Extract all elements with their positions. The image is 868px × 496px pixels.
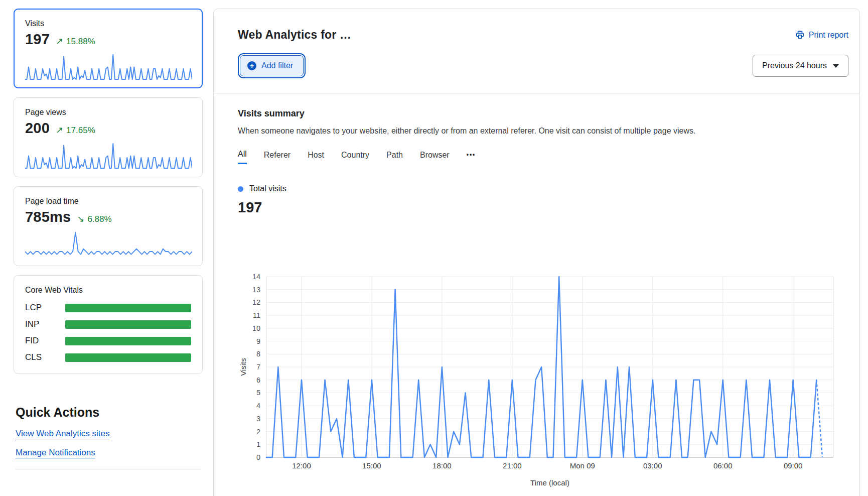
cwv-metric-label: INP (25, 319, 65, 329)
core-web-vitals-rows: LCPINPFIDCLS (25, 303, 191, 362)
x-tick-label: 03:00 (643, 461, 662, 470)
cwv-row-lcp: LCP (25, 303, 191, 313)
metric-value: 197 (25, 31, 50, 48)
x-tick-label: 06:00 (713, 461, 733, 470)
card-title: Page views (25, 108, 191, 117)
stat-cards: Visits197↗15.88%Page views200↗17.65%Page… (14, 9, 203, 266)
sparkline-chart (25, 142, 192, 170)
cwv-row-fid: FID (25, 336, 191, 346)
cwv-metric-label: FID (25, 336, 65, 346)
y-tick-label: 10 (252, 324, 260, 332)
y-tick-label: 14 (252, 273, 260, 281)
tab-browser[interactable]: Browser (420, 151, 450, 164)
x-tick-label: 09:00 (784, 461, 803, 470)
legend-dot-icon (238, 186, 243, 192)
quick-actions-links: View Web Analytics sitesManage Notificat… (16, 429, 203, 458)
y-tick-label: 11 (253, 311, 260, 319)
y-tick-label: 13 (252, 286, 260, 294)
metric-value: 200 (25, 120, 50, 137)
y-tick-label: 2 (256, 428, 260, 436)
trend-indicator: ↗15.88% (56, 36, 95, 47)
y-tick-label: 8 (256, 350, 260, 358)
visits-summary-description: When someone navigates to your website, … (238, 127, 840, 136)
y-tick-label: 7 (256, 363, 260, 371)
plus-circle-icon: + (247, 61, 256, 70)
title-row: Web Analytics for … Print report (238, 28, 848, 42)
tab-referer[interactable]: Referer (264, 151, 291, 164)
trend-down-icon: ↘ (77, 213, 84, 224)
chart-legend: Total visits (238, 184, 848, 193)
sparkline-chart (25, 53, 192, 81)
y-tick-label: 0 (256, 453, 260, 461)
cwv-score-bar (65, 320, 191, 329)
sparkline-path (25, 144, 192, 168)
x-tick-label: 15:00 (362, 461, 381, 470)
dimension-tabs: AllRefererHostCountryPathBrowser••• (238, 150, 848, 164)
quick-action-link-0[interactable]: View Web Analytics sites (16, 429, 109, 439)
card-value-row: 197↗15.88% (25, 31, 191, 48)
stat-card-page-load-time[interactable]: Page load time785ms↘6.88% (14, 186, 203, 266)
y-tick-label: 4 (256, 402, 260, 410)
y-tick-label: 1 (256, 440, 260, 448)
print-report-label: Print report (809, 31, 848, 40)
metric-value: 785ms (25, 209, 71, 225)
cwv-row-cls: CLS (25, 352, 191, 362)
core-web-vitals-card[interactable]: Core Web Vitals LCPINPFIDCLS (14, 275, 203, 374)
tab-path[interactable]: Path (386, 151, 403, 164)
cwv-metric-label: CLS (25, 352, 65, 362)
panel-body: Visits summary When someone navigates to… (214, 93, 859, 216)
trend-indicator: ↗17.65% (56, 125, 95, 136)
trend-percent: 6.88% (87, 214, 111, 224)
trend-indicator: ↘6.88% (77, 213, 111, 224)
y-tick-label: 6 (256, 376, 260, 384)
trend-percent: 15.88% (66, 37, 95, 47)
sidebar-divider (16, 469, 201, 469)
sparkline-path (25, 232, 192, 255)
card-title: Visits (25, 19, 191, 28)
x-tick-label: Mon 09 (570, 461, 595, 470)
page-title: Web Analytics for … (238, 28, 351, 42)
card-title: Page load time (25, 197, 191, 206)
cwv-score-bar (65, 353, 191, 362)
cwv-row-inp: INP (25, 319, 191, 329)
main-panel: Web Analytics for … Print report + Add f… (213, 9, 860, 496)
panel-header: Web Analytics for … Print report + Add f… (214, 9, 859, 93)
time-range-dropdown[interactable]: Previous 24 hours (753, 55, 848, 77)
add-filter-label: Add filter (261, 61, 293, 70)
cwv-score-bar (65, 337, 191, 345)
total-visits-value: 197 (238, 199, 848, 216)
legend-label: Total visits (249, 184, 286, 193)
sparkline-path (25, 55, 192, 79)
y-tick-label: 5 (256, 389, 260, 397)
chevron-down-icon (833, 64, 839, 68)
printer-icon (795, 30, 805, 40)
y-axis-title: Visits (239, 358, 247, 376)
y-tick-label: 12 (252, 298, 260, 306)
tab-all[interactable]: All (238, 150, 247, 164)
visits-chart: 0123456789101112131412:0015:0018:0021:00… (233, 272, 855, 496)
stat-card-page-views[interactable]: Page views200↗17.65% (14, 97, 203, 177)
visits-line-chart: 0123456789101112131412:0015:0018:0021:00… (233, 272, 855, 496)
quick-actions-heading: Quick Actions (16, 405, 203, 420)
sparkline-chart (25, 230, 192, 259)
add-filter-button[interactable]: + Add filter (240, 55, 304, 76)
card-value-row: 200↗17.65% (25, 120, 191, 137)
x-tick-label: 21:00 (503, 461, 522, 470)
stat-card-visits[interactable]: Visits197↗15.88% (14, 9, 203, 88)
print-report-button[interactable]: Print report (795, 30, 848, 40)
tab-country[interactable]: Country (341, 151, 369, 164)
quick-action-link-1[interactable]: Manage Notifications (16, 448, 95, 458)
trend-percent: 17.65% (66, 126, 95, 136)
more-tabs-button[interactable]: ••• (467, 151, 476, 163)
y-tick-label: 3 (256, 415, 260, 423)
trend-up-icon: ↗ (56, 36, 63, 47)
y-tick-label: 9 (256, 337, 260, 345)
metrics-sidebar: Visits197↗15.88%Page views200↗17.65%Page… (14, 9, 203, 469)
x-tick-label: 12:00 (292, 461, 311, 470)
controls-row: + Add filter Previous 24 hours (238, 55, 848, 93)
cwv-score-bar (65, 304, 191, 312)
tab-host[interactable]: Host (308, 151, 324, 164)
x-axis-title: Time (local) (530, 478, 569, 487)
x-tick-label: 18:00 (432, 461, 452, 470)
card-value-row: 785ms↘6.88% (25, 209, 191, 225)
